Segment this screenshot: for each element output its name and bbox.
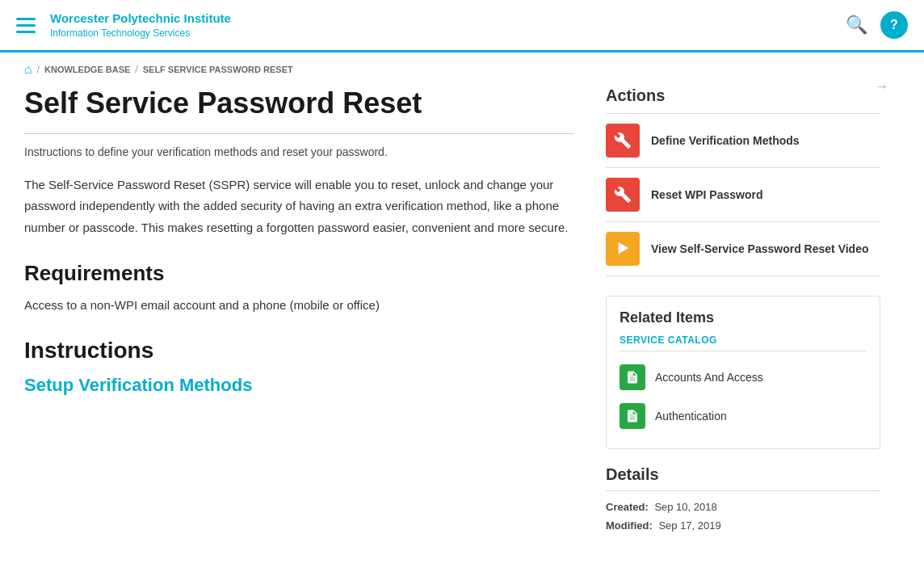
breadcrumb-home[interactable]: ⌂ [24, 62, 32, 77]
related-item-accounts[interactable]: Accounts And Access [620, 358, 867, 397]
instructions-heading: Instructions [24, 338, 573, 364]
actions-title: Actions [606, 86, 880, 105]
article-content: Self Service Password Reset Instructions… [24, 86, 573, 538]
related-icon-authentication [620, 403, 645, 429]
action-label-reset: Reset WPI Password [651, 188, 763, 201]
created-value: Sep 10, 2018 [654, 501, 716, 513]
created-row: Created: Sep 10, 2018 [606, 501, 880, 513]
logo[interactable]: Worcester Polytechnic Institute Informat… [50, 11, 231, 40]
related-items-section: Related Items Service Catalog Accounts A… [606, 296, 880, 449]
action-icon-reset [606, 178, 640, 212]
action-icon-video [606, 232, 640, 266]
article-intro: Instructions to define your verification… [24, 145, 573, 158]
details-section: Details Created: Sep 10, 2018 Modified: … [606, 465, 880, 532]
action-icon-define [606, 124, 640, 158]
breadcrumb-sep-2: / [135, 64, 137, 75]
action-item-define-verification[interactable]: Define Verification Methods [606, 113, 880, 168]
help-button[interactable]: ? [880, 11, 908, 39]
breadcrumb-sep-1: / [37, 64, 40, 75]
article-title: Self Service Password Reset [24, 86, 573, 120]
requirements-text: Access to a non-WPI email account and a … [24, 296, 573, 315]
sidebar-collapse-toggle[interactable]: → [874, 78, 888, 95]
hamburger-menu[interactable] [16, 18, 36, 33]
related-category: Service Catalog [620, 334, 867, 351]
play-arrow-icon [614, 240, 632, 258]
modified-row: Modified: Sep 17, 2019 [606, 519, 880, 532]
breadcrumb: ⌂ / KNOWLEDGE BASE / SELF SERVICE PASSWO… [0, 53, 924, 86]
action-item-reset-password[interactable]: Reset WPI Password [606, 168, 880, 222]
search-button[interactable]: 🔍 [846, 16, 867, 34]
breadcrumb-knowledge-base[interactable]: KNOWLEDGE BASE [44, 65, 130, 74]
requirements-heading: Requirements [24, 261, 573, 286]
action-label-define: Define Verification Methods [651, 134, 800, 147]
wrench-icon-2 [614, 186, 632, 204]
modified-label: Modified: [606, 519, 653, 532]
created-label: Created: [606, 501, 649, 513]
article-body: The Self-Service Password Reset (SSPR) s… [24, 174, 573, 238]
details-title: Details [606, 465, 880, 491]
setup-verification-link[interactable]: Setup Verification Methods [24, 375, 252, 395]
related-label-accounts: Accounts And Access [655, 371, 763, 384]
modified-value: Sep 17, 2019 [658, 519, 720, 532]
site-header: Worcester Polytechnic Institute Informat… [0, 0, 924, 53]
document-icon-1 [625, 370, 640, 385]
wrench-icon-1 [614, 132, 632, 149]
action-item-view-video[interactable]: View Self-Service Password Reset Video [606, 222, 880, 276]
related-icon-accounts [620, 364, 645, 390]
document-icon-2 [625, 409, 640, 423]
related-label-authentication: Authentication [655, 410, 727, 423]
org-subtitle: Information Technology Services [50, 27, 231, 40]
actions-section: Actions Define Verification Methods Rese… [606, 86, 880, 276]
related-item-authentication[interactable]: Authentication [620, 397, 867, 435]
action-label-video: View Self-Service Password Reset Video [651, 242, 869, 255]
org-name: Worcester Polytechnic Institute [50, 11, 231, 27]
breadcrumb-current: SELF SERVICE PASSWORD RESET [143, 65, 293, 74]
title-divider [24, 133, 573, 134]
sidebar: → Actions Define Verification Methods [606, 86, 880, 538]
related-items-title: Related Items [620, 309, 867, 326]
